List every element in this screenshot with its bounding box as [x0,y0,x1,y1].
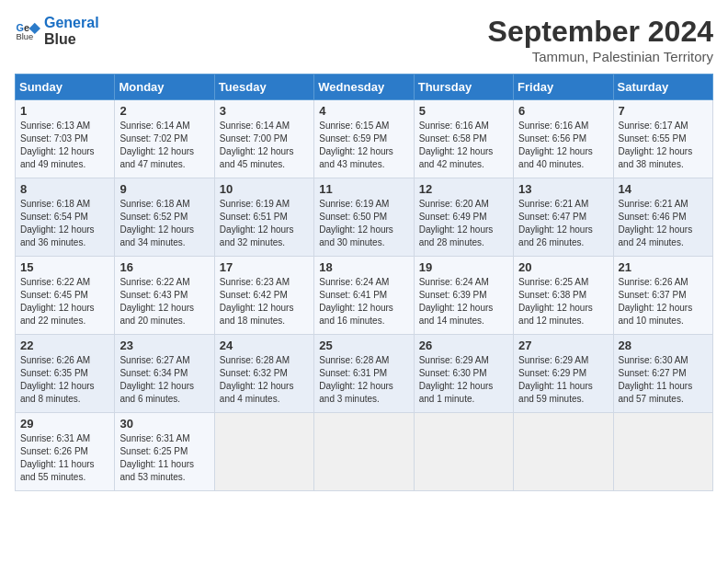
calendar-cell: 20Sunrise: 6:25 AMSunset: 6:38 PMDayligh… [514,257,613,335]
cell-info: Sunrise: 6:29 AMSunset: 6:29 PMDaylight:… [518,354,608,406]
calendar-cell: 4Sunrise: 6:15 AMSunset: 6:59 PMDaylight… [314,100,414,178]
cell-info: Sunrise: 6:14 AMSunset: 7:00 PMDaylight:… [220,120,309,171]
col-header-wednesday: Wednesday [314,75,414,100]
day-number: 13 [518,182,608,196]
logo-blue: Blue [44,31,99,48]
calendar-cell: 18Sunrise: 6:24 AMSunset: 6:41 PMDayligh… [314,257,414,335]
day-number: 7 [619,104,708,118]
calendar-header-row: SundayMondayTuesdayWednesdayThursdayFrid… [16,75,713,100]
cell-info: Sunrise: 6:30 AMSunset: 6:27 PMDaylight:… [619,354,708,406]
calendar-body: 1Sunrise: 6:13 AMSunset: 7:03 PMDaylight… [16,100,713,491]
cell-info: Sunrise: 6:19 AMSunset: 6:51 PMDaylight:… [220,198,309,249]
calendar-cell: 14Sunrise: 6:21 AMSunset: 6:46 PMDayligh… [613,178,712,257]
day-number: 29 [20,417,109,431]
col-header-monday: Monday [115,75,214,100]
day-number: 8 [20,182,109,196]
day-number: 15 [20,260,109,274]
day-number: 9 [119,182,209,196]
calendar-cell: 30Sunrise: 6:31 AMSunset: 6:25 PMDayligh… [115,413,214,491]
cell-info: Sunrise: 6:16 AMSunset: 6:56 PMDaylight:… [518,120,608,171]
day-number: 14 [619,182,708,196]
day-number: 5 [419,104,508,118]
cell-info: Sunrise: 6:22 AMSunset: 6:43 PMDaylight:… [119,276,209,327]
day-number: 25 [319,339,408,352]
title-block: September 2024 Tammun, Palestinian Terri… [488,15,713,64]
cell-info: Sunrise: 6:23 AMSunset: 6:42 PMDaylight:… [220,276,309,327]
calendar-cell: 29Sunrise: 6:31 AMSunset: 6:26 PMDayligh… [16,413,115,491]
cell-info: Sunrise: 6:24 AMSunset: 6:41 PMDaylight:… [319,276,408,327]
svg-text:e: e [24,22,29,33]
calendar-cell: 21Sunrise: 6:26 AMSunset: 6:37 PMDayligh… [613,257,712,335]
cell-info: Sunrise: 6:27 AMSunset: 6:34 PMDaylight:… [119,354,209,406]
cell-info: Sunrise: 6:26 AMSunset: 6:37 PMDaylight:… [619,276,708,327]
calendar-cell [214,413,313,491]
calendar-week-row: 15Sunrise: 6:22 AMSunset: 6:45 PMDayligh… [16,257,713,335]
calendar-week-row: 22Sunrise: 6:26 AMSunset: 6:35 PMDayligh… [16,335,713,413]
month-year-title: September 2024 [488,15,713,49]
day-number: 6 [518,104,608,118]
day-number: 11 [319,182,408,196]
calendar-cell [514,413,613,491]
day-number: 28 [619,339,708,352]
day-number: 18 [319,260,408,274]
cell-info: Sunrise: 6:28 AMSunset: 6:32 PMDaylight:… [220,354,309,406]
day-number: 16 [119,260,209,274]
day-number: 19 [419,260,508,274]
calendar-cell: 3Sunrise: 6:14 AMSunset: 7:00 PMDaylight… [214,100,313,178]
calendar-cell: 24Sunrise: 6:28 AMSunset: 6:32 PMDayligh… [214,335,313,413]
calendar-cell: 22Sunrise: 6:26 AMSunset: 6:35 PMDayligh… [16,335,115,413]
cell-info: Sunrise: 6:13 AMSunset: 7:03 PMDaylight:… [20,120,109,171]
calendar-cell: 5Sunrise: 6:16 AMSunset: 6:58 PMDaylight… [414,100,513,178]
calendar-table: SundayMondayTuesdayWednesdayThursdayFrid… [15,74,713,491]
cell-info: Sunrise: 6:25 AMSunset: 6:38 PMDaylight:… [518,276,608,327]
cell-info: Sunrise: 6:17 AMSunset: 6:55 PMDaylight:… [619,120,708,171]
col-header-friday: Friday [514,75,613,100]
page-header: G e Blue General Blue September 2024 Tam… [15,15,713,64]
day-number: 4 [319,104,408,118]
cell-info: Sunrise: 6:14 AMSunset: 7:02 PMDaylight:… [119,120,209,171]
calendar-cell: 15Sunrise: 6:22 AMSunset: 6:45 PMDayligh… [16,257,115,335]
calendar-cell: 8Sunrise: 6:18 AMSunset: 6:54 PMDaylight… [16,178,115,257]
calendar-cell: 23Sunrise: 6:27 AMSunset: 6:34 PMDayligh… [115,335,214,413]
location-subtitle: Tammun, Palestinian Territory [488,49,713,64]
cell-info: Sunrise: 6:21 AMSunset: 6:47 PMDaylight:… [518,198,608,249]
col-header-sunday: Sunday [16,75,115,100]
cell-info: Sunrise: 6:26 AMSunset: 6:35 PMDaylight:… [20,354,109,406]
day-number: 30 [119,417,209,431]
calendar-cell: 16Sunrise: 6:22 AMSunset: 6:43 PMDayligh… [115,257,214,335]
cell-info: Sunrise: 6:21 AMSunset: 6:46 PMDaylight:… [619,198,708,249]
cell-info: Sunrise: 6:16 AMSunset: 6:58 PMDaylight:… [419,120,508,171]
cell-info: Sunrise: 6:22 AMSunset: 6:45 PMDaylight:… [20,276,109,327]
calendar-cell: 19Sunrise: 6:24 AMSunset: 6:39 PMDayligh… [414,257,513,335]
day-number: 27 [518,339,608,352]
day-number: 2 [119,104,209,118]
calendar-cell: 12Sunrise: 6:20 AMSunset: 6:49 PMDayligh… [414,178,513,257]
day-number: 22 [20,339,109,352]
calendar-cell: 10Sunrise: 6:19 AMSunset: 6:51 PMDayligh… [214,178,313,257]
col-header-tuesday: Tuesday [214,75,313,100]
day-number: 23 [119,339,209,352]
cell-info: Sunrise: 6:28 AMSunset: 6:31 PMDaylight:… [319,354,408,406]
cell-info: Sunrise: 6:18 AMSunset: 6:52 PMDaylight:… [119,198,209,249]
cell-info: Sunrise: 6:31 AMSunset: 6:25 PMDaylight:… [119,432,209,484]
calendar-cell [414,413,513,491]
day-number: 12 [419,182,508,196]
logo: G e Blue General Blue [15,15,99,47]
calendar-cell: 1Sunrise: 6:13 AMSunset: 7:03 PMDaylight… [16,100,115,178]
cell-info: Sunrise: 6:15 AMSunset: 6:59 PMDaylight:… [319,120,408,171]
calendar-cell: 7Sunrise: 6:17 AMSunset: 6:55 PMDaylight… [613,100,712,178]
logo-general: General [44,15,99,30]
day-number: 1 [20,104,109,118]
calendar-cell: 17Sunrise: 6:23 AMSunset: 6:42 PMDayligh… [214,257,313,335]
calendar-cell: 28Sunrise: 6:30 AMSunset: 6:27 PMDayligh… [613,335,712,413]
day-number: 20 [518,260,608,274]
day-number: 26 [419,339,508,352]
svg-text:Blue: Blue [17,32,34,41]
logo-icon: G e Blue [15,18,40,44]
cell-info: Sunrise: 6:31 AMSunset: 6:26 PMDaylight:… [20,432,109,484]
calendar-cell: 11Sunrise: 6:19 AMSunset: 6:50 PMDayligh… [314,178,414,257]
cell-info: Sunrise: 6:19 AMSunset: 6:50 PMDaylight:… [319,198,408,249]
calendar-week-row: 1Sunrise: 6:13 AMSunset: 7:03 PMDaylight… [16,100,713,178]
cell-info: Sunrise: 6:24 AMSunset: 6:39 PMDaylight:… [419,276,508,327]
calendar-cell: 9Sunrise: 6:18 AMSunset: 6:52 PMDaylight… [115,178,214,257]
